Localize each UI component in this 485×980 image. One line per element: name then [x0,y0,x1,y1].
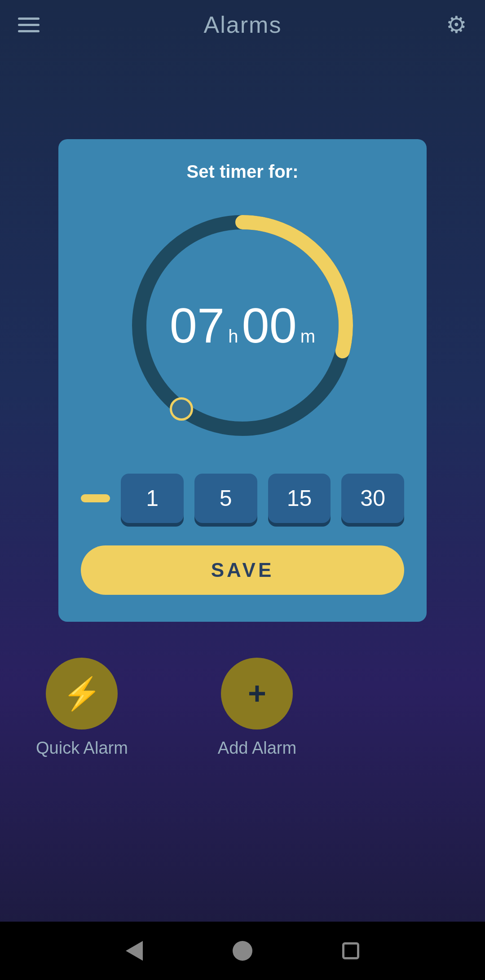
system-nav-bar [0,922,485,980]
minute-btn-30[interactable]: 30 [341,474,404,523]
set-timer-label: Set timer for: [187,162,299,182]
minus-button[interactable] [81,494,110,502]
save-button[interactable]: SAVE [81,545,404,595]
time-unit-m: m [300,326,315,347]
quick-alarm-action[interactable]: ⚡ Quick Alarm [36,658,128,758]
menu-line-2 [18,24,40,26]
quick-alarm-button[interactable]: ⚡ [46,658,118,730]
dial-handle[interactable] [170,397,193,421]
nav-home-button[interactable] [233,941,252,961]
timer-card: Set timer for: 07 h 00 m 1 5 15 30 SAVE [58,139,427,622]
add-alarm-button[interactable]: + [221,658,293,730]
nav-recents-button[interactable] [342,942,359,959]
minute-btn-1[interactable]: 1 [121,474,184,523]
arc-dial[interactable]: 07 h 00 m [117,200,368,451]
time-minutes: 00 [242,301,296,350]
bottom-actions: ⚡ Quick Alarm + Add Alarm [0,622,485,758]
add-alarm-label: Add Alarm [218,738,296,758]
minute-btn-5[interactable]: 5 [194,474,257,523]
menu-line-3 [18,30,40,32]
add-alarm-action[interactable]: + Add Alarm [218,658,296,758]
page-title: Alarms [204,11,282,38]
time-display: 07 h 00 m [170,301,315,350]
bolt-icon: ⚡ [62,678,101,709]
minute-buttons-row: 1 5 15 30 [81,474,404,523]
quick-alarm-label: Quick Alarm [36,738,128,758]
settings-icon[interactable]: ⚙ [446,11,467,38]
spacer [0,49,485,139]
menu-button[interactable] [18,18,40,32]
minute-btn-15[interactable]: 15 [268,474,331,523]
app-bar: Alarms ⚙ [0,0,485,49]
time-hours: 07 [170,301,225,350]
time-unit-h: h [228,326,238,347]
plus-icon: + [248,678,266,709]
menu-line-1 [18,18,40,20]
nav-back-button[interactable] [126,941,143,961]
